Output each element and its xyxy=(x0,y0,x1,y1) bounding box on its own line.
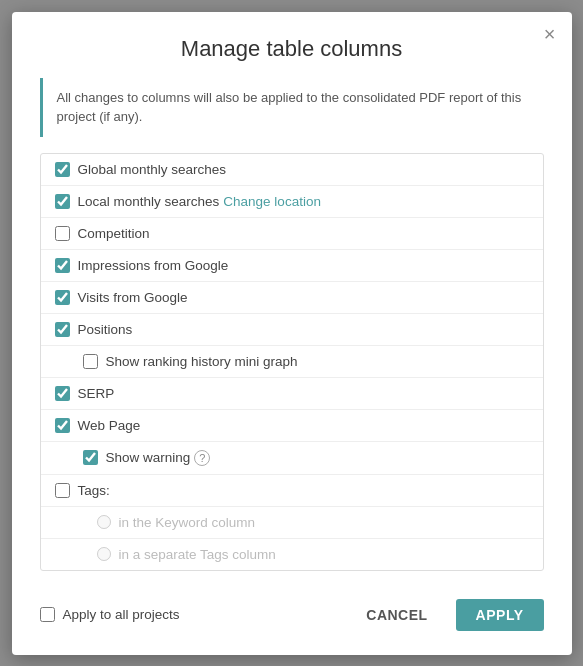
apply-all-label[interactable]: Apply to all projects xyxy=(40,607,180,622)
impressions-google-label[interactable]: Impressions from Google xyxy=(55,258,229,273)
tags-label[interactable]: Tags: xyxy=(55,483,110,498)
show-warning-checkbox[interactable] xyxy=(83,450,98,465)
list-item: in the Keyword column xyxy=(41,507,543,539)
list-item: Tags: xyxy=(41,475,543,507)
competition-label[interactable]: Competition xyxy=(55,226,150,241)
button-group: CANCEL APPLY xyxy=(348,599,543,631)
positions-checkbox[interactable] xyxy=(55,322,70,337)
modal-header: Manage table columns xyxy=(12,12,572,78)
positions-label[interactable]: Positions xyxy=(55,322,133,337)
list-item: in a separate Tags column xyxy=(41,539,543,570)
tags-checkbox[interactable] xyxy=(55,483,70,498)
web-page-checkbox[interactable] xyxy=(55,418,70,433)
visits-google-label[interactable]: Visits from Google xyxy=(55,290,188,305)
info-box: All changes to columns will also be appl… xyxy=(40,78,544,137)
list-item: Show warning ? xyxy=(41,442,543,475)
modal-footer: Apply to all projects CANCEL APPLY xyxy=(12,587,572,631)
local-monthly-label[interactable]: Local monthly searches xyxy=(55,194,220,209)
apply-button[interactable]: APPLY xyxy=(456,599,544,631)
radio-separate-label[interactable]: in a separate Tags column xyxy=(97,547,276,562)
manage-columns-modal: × Manage table columns All changes to co… xyxy=(12,12,572,655)
show-warning-label[interactable]: Show warning xyxy=(83,450,191,465)
local-monthly-checkbox[interactable] xyxy=(55,194,70,209)
list-item: Show ranking history mini graph xyxy=(41,346,543,378)
list-item: Web Page xyxy=(41,410,543,442)
radio-keyword-label[interactable]: in the Keyword column xyxy=(97,515,256,530)
global-monthly-label[interactable]: Global monthly searches xyxy=(55,162,227,177)
apply-all-text: Apply to all projects xyxy=(63,607,180,622)
help-icon: ? xyxy=(194,450,210,466)
serp-checkbox[interactable] xyxy=(55,386,70,401)
list-item: Positions xyxy=(41,314,543,346)
list-item: SERP xyxy=(41,378,543,410)
radio-keyword[interactable] xyxy=(97,515,111,529)
list-item: Local monthly searches Change location xyxy=(41,186,543,218)
list-item: Impressions from Google xyxy=(41,250,543,282)
impressions-google-checkbox[interactable] xyxy=(55,258,70,273)
info-text: All changes to columns will also be appl… xyxy=(57,90,522,125)
list-item: Competition xyxy=(41,218,543,250)
visits-google-checkbox[interactable] xyxy=(55,290,70,305)
modal-title: Manage table columns xyxy=(44,36,540,62)
ranking-history-checkbox[interactable] xyxy=(83,354,98,369)
list-item: Global monthly searches xyxy=(41,154,543,186)
radio-separate[interactable] xyxy=(97,547,111,561)
web-page-label[interactable]: Web Page xyxy=(55,418,141,433)
columns-list: Global monthly searches Local monthly se… xyxy=(40,153,544,571)
apply-all-checkbox[interactable] xyxy=(40,607,55,622)
serp-label[interactable]: SERP xyxy=(55,386,115,401)
competition-checkbox[interactable] xyxy=(55,226,70,241)
list-item: Visits from Google xyxy=(41,282,543,314)
cancel-button[interactable]: CANCEL xyxy=(348,599,445,631)
ranking-history-label[interactable]: Show ranking history mini graph xyxy=(83,354,298,369)
change-location-link[interactable]: Change location xyxy=(223,194,321,209)
close-button[interactable]: × xyxy=(544,24,556,44)
global-monthly-checkbox[interactable] xyxy=(55,162,70,177)
